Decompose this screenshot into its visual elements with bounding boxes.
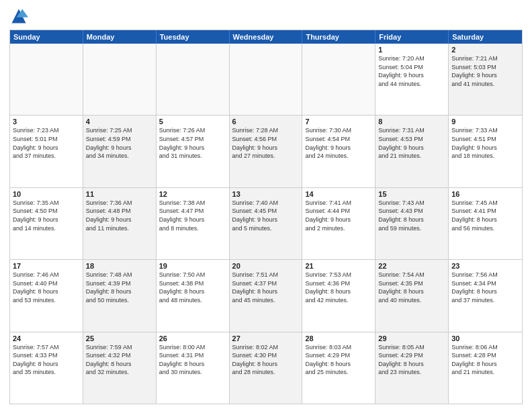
calendar-body: 1Sunrise: 7:20 AM Sunset: 5:04 PM Daylig… <box>10 44 522 404</box>
calendar-cell <box>230 44 303 115</box>
day-number: 18 <box>86 262 153 270</box>
weekday-header: Wednesday <box>230 30 303 44</box>
calendar-cell: 30Sunrise: 8:06 AM Sunset: 4:28 PM Dayli… <box>449 332 522 404</box>
day-info: Sunrise: 7:54 AM Sunset: 4:35 PM Dayligh… <box>378 271 445 304</box>
day-number: 1 <box>378 46 445 54</box>
day-number: 30 <box>451 334 519 342</box>
calendar-cell <box>302 44 375 115</box>
calendar-cell: 8Sunrise: 7:31 AM Sunset: 4:53 PM Daylig… <box>375 116 449 187</box>
day-info: Sunrise: 7:43 AM Sunset: 4:43 PM Dayligh… <box>378 199 445 232</box>
day-info: Sunrise: 7:38 AM Sunset: 4:47 PM Dayligh… <box>159 199 226 232</box>
day-number: 27 <box>232 334 300 342</box>
day-number: 7 <box>305 118 372 126</box>
day-number: 8 <box>378 118 445 126</box>
calendar-cell: 20Sunrise: 7:51 AM Sunset: 4:37 PM Dayli… <box>230 260 303 331</box>
weekday-header: Tuesday <box>157 30 230 44</box>
calendar-header: SundayMondayTuesdayWednesdayThursdayFrid… <box>10 30 522 44</box>
day-info: Sunrise: 8:02 AM Sunset: 4:30 PM Dayligh… <box>232 343 300 377</box>
calendar-cell: 26Sunrise: 8:00 AM Sunset: 4:31 PM Dayli… <box>157 332 230 404</box>
day-number: 6 <box>232 118 300 126</box>
day-number: 9 <box>451 118 519 126</box>
calendar-cell: 12Sunrise: 7:38 AM Sunset: 4:47 PM Dayli… <box>157 188 230 259</box>
day-number: 17 <box>13 262 80 270</box>
day-number: 29 <box>378 334 445 342</box>
day-number: 26 <box>159 334 226 342</box>
day-number: 14 <box>305 190 372 198</box>
calendar-row: 17Sunrise: 7:46 AM Sunset: 4:40 PM Dayli… <box>10 260 522 332</box>
day-info: Sunrise: 8:03 AM Sunset: 4:29 PM Dayligh… <box>305 343 372 377</box>
day-number: 19 <box>159 262 226 270</box>
day-info: Sunrise: 7:31 AM Sunset: 4:53 PM Dayligh… <box>378 126 445 160</box>
calendar-cell: 9Sunrise: 7:33 AM Sunset: 4:51 PM Daylig… <box>449 116 522 187</box>
calendar-cell: 18Sunrise: 7:48 AM Sunset: 4:39 PM Dayli… <box>83 260 157 331</box>
day-info: Sunrise: 7:33 AM Sunset: 4:51 PM Dayligh… <box>451 126 519 160</box>
calendar-cell: 24Sunrise: 7:57 AM Sunset: 4:33 PM Dayli… <box>10 332 83 404</box>
weekday-header: Saturday <box>449 30 522 44</box>
logo <box>9 7 31 26</box>
calendar-row: 1Sunrise: 7:20 AM Sunset: 5:04 PM Daylig… <box>10 44 522 116</box>
calendar-cell: 10Sunrise: 7:35 AM Sunset: 4:50 PM Dayli… <box>10 188 83 259</box>
day-number: 20 <box>232 262 300 270</box>
day-number: 24 <box>13 334 80 342</box>
day-info: Sunrise: 7:25 AM Sunset: 4:59 PM Dayligh… <box>86 126 153 160</box>
calendar-cell: 13Sunrise: 7:40 AM Sunset: 4:45 PM Dayli… <box>230 188 303 259</box>
calendar-cell: 27Sunrise: 8:02 AM Sunset: 4:30 PM Dayli… <box>230 332 303 404</box>
day-info: Sunrise: 7:26 AM Sunset: 4:57 PM Dayligh… <box>159 126 226 160</box>
day-number: 2 <box>451 46 519 54</box>
calendar-cell: 28Sunrise: 8:03 AM Sunset: 4:29 PM Dayli… <box>302 332 375 404</box>
day-info: Sunrise: 7:28 AM Sunset: 4:56 PM Dayligh… <box>232 126 300 160</box>
day-number: 22 <box>378 262 445 270</box>
day-info: Sunrise: 7:35 AM Sunset: 4:50 PM Dayligh… <box>13 199 80 232</box>
calendar-cell: 25Sunrise: 7:59 AM Sunset: 4:32 PM Dayli… <box>83 332 157 404</box>
calendar-cell: 2Sunrise: 7:21 AM Sunset: 5:03 PM Daylig… <box>449 44 522 115</box>
day-info: Sunrise: 8:05 AM Sunset: 4:29 PM Dayligh… <box>378 343 445 377</box>
calendar-cell <box>83 44 157 115</box>
calendar-cell: 6Sunrise: 7:28 AM Sunset: 4:56 PM Daylig… <box>230 116 303 187</box>
calendar-cell: 4Sunrise: 7:25 AM Sunset: 4:59 PM Daylig… <box>83 116 157 187</box>
calendar-cell <box>157 44 230 115</box>
day-info: Sunrise: 7:21 AM Sunset: 5:03 PM Dayligh… <box>451 54 519 88</box>
weekday-header: Monday <box>83 30 157 44</box>
day-number: 15 <box>378 190 445 198</box>
day-info: Sunrise: 8:00 AM Sunset: 4:31 PM Dayligh… <box>159 343 226 377</box>
calendar-cell: 23Sunrise: 7:56 AM Sunset: 4:34 PM Dayli… <box>449 260 522 331</box>
calendar-cell: 19Sunrise: 7:50 AM Sunset: 4:38 PM Dayli… <box>157 260 230 331</box>
day-info: Sunrise: 7:50 AM Sunset: 4:38 PM Dayligh… <box>159 271 226 304</box>
calendar-cell: 22Sunrise: 7:54 AM Sunset: 4:35 PM Dayli… <box>375 260 449 331</box>
day-number: 11 <box>86 190 153 198</box>
calendar-cell: 29Sunrise: 8:05 AM Sunset: 4:29 PM Dayli… <box>375 332 449 404</box>
page-header <box>9 7 523 26</box>
logo-icon <box>9 7 28 26</box>
day-info: Sunrise: 7:23 AM Sunset: 5:01 PM Dayligh… <box>13 126 80 160</box>
day-number: 12 <box>159 190 226 198</box>
calendar-cell: 7Sunrise: 7:30 AM Sunset: 4:54 PM Daylig… <box>302 116 375 187</box>
day-info: Sunrise: 7:30 AM Sunset: 4:54 PM Dayligh… <box>305 126 372 160</box>
calendar-cell <box>10 44 83 115</box>
calendar-cell: 11Sunrise: 7:36 AM Sunset: 4:48 PM Dayli… <box>83 188 157 259</box>
day-number: 21 <box>305 262 372 270</box>
day-info: Sunrise: 7:59 AM Sunset: 4:32 PM Dayligh… <box>86 343 153 377</box>
day-info: Sunrise: 7:36 AM Sunset: 4:48 PM Dayligh… <box>86 199 153 232</box>
weekday-header: Friday <box>375 30 449 44</box>
calendar-cell: 15Sunrise: 7:43 AM Sunset: 4:43 PM Dayli… <box>375 188 449 259</box>
day-number: 10 <box>13 190 80 198</box>
day-number: 3 <box>13 118 80 126</box>
day-info: Sunrise: 8:06 AM Sunset: 4:28 PM Dayligh… <box>451 343 519 377</box>
day-info: Sunrise: 7:45 AM Sunset: 4:41 PM Dayligh… <box>451 199 519 232</box>
calendar-cell: 17Sunrise: 7:46 AM Sunset: 4:40 PM Dayli… <box>10 260 83 331</box>
calendar-cell: 16Sunrise: 7:45 AM Sunset: 4:41 PM Dayli… <box>449 188 522 259</box>
day-info: Sunrise: 7:57 AM Sunset: 4:33 PM Dayligh… <box>13 343 80 377</box>
day-info: Sunrise: 7:51 AM Sunset: 4:37 PM Dayligh… <box>232 271 300 304</box>
calendar-cell: 1Sunrise: 7:20 AM Sunset: 5:04 PM Daylig… <box>375 44 449 115</box>
day-info: Sunrise: 7:48 AM Sunset: 4:39 PM Dayligh… <box>86 271 153 304</box>
calendar-cell: 5Sunrise: 7:26 AM Sunset: 4:57 PM Daylig… <box>157 116 230 187</box>
calendar-row: 24Sunrise: 7:57 AM Sunset: 4:33 PM Dayli… <box>10 332 522 404</box>
day-info: Sunrise: 7:53 AM Sunset: 4:36 PM Dayligh… <box>305 271 372 304</box>
calendar-row: 10Sunrise: 7:35 AM Sunset: 4:50 PM Dayli… <box>10 188 522 260</box>
calendar: SundayMondayTuesdayWednesdayThursdayFrid… <box>9 30 523 404</box>
day-number: 28 <box>305 334 372 342</box>
day-info: Sunrise: 7:41 AM Sunset: 4:44 PM Dayligh… <box>305 199 372 232</box>
weekday-header: Sunday <box>10 30 83 44</box>
weekday-header: Thursday <box>302 30 375 44</box>
day-info: Sunrise: 7:56 AM Sunset: 4:34 PM Dayligh… <box>451 271 519 304</box>
